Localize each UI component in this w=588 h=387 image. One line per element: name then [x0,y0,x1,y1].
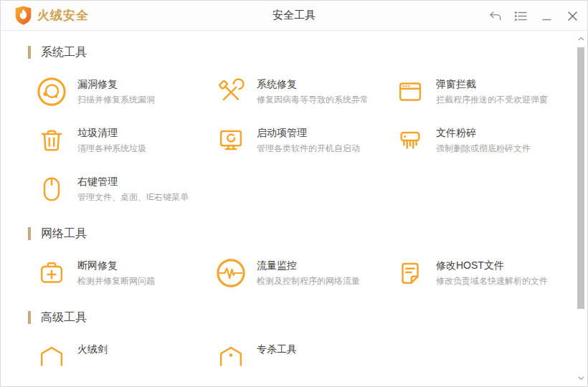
section-title: 网络工具 [41,226,87,242]
tool-desc: 扫描并修复系统漏洞 [77,95,155,105]
shredder-icon [395,125,425,156]
tool-title: 启动项管理 [257,128,360,138]
tool-popup-block[interactable]: 弹窗拦截 拦截程序推送的不受欢迎弹窗 [395,77,582,107]
tool-startup-manager[interactable]: 启动项管理 管理各类软件的开机自启动 [216,125,395,156]
shield-icon [37,342,67,372]
tool-title: 火绒剑 [77,344,108,355]
tool-title: 修改HOST文件 [436,260,548,271]
tool-title: 弹窗拦截 [436,79,548,90]
brand-name: 火绒安全 [37,7,89,24]
tool-system-repair[interactable]: 系统修复 修复因病毒等导致的系统异常 [216,77,395,107]
tool-desc: 强制删除或彻底粉碎文件 [436,144,531,153]
tool-context-menu-manager[interactable]: 右键管理 管理文件、桌面、IE右键菜单 [37,174,216,204]
tools-content: 系统工具 漏洞修复 扫描并修复系统漏洞 [1,31,587,372]
tool-special-removal[interactable]: 专杀工具 [216,342,395,372]
section-bar [28,311,31,324]
section-system-tools: 系统工具 漏洞修复 扫描并修复系统漏洞 [28,44,569,204]
section-bar [28,227,31,240]
tool-network-repair[interactable]: 断网修复 检测并修复断网问题 [37,258,216,288]
titlebar: 火绒安全 安全工具 [1,1,587,31]
close-button[interactable] [566,10,579,22]
brand: 火绒安全 [15,6,89,25]
section-advanced-tools: 高级工具 火绒剑 [28,310,569,372]
tool-junk-clean[interactable]: 垃圾清理 清理各种系统垃圾 [37,125,216,156]
scroll-up-button[interactable] [578,32,584,46]
tool-title: 断网修复 [77,260,155,271]
trash-icon [37,125,67,156]
tool-title: 系统修复 [257,79,369,90]
tool-desc: 清理各种系统垃圾 [77,144,146,153]
tool-desc: 检测并修复断网问题 [77,277,155,286]
tool-title: 漏洞修复 [77,79,155,90]
scrollbar-thumb[interactable] [577,47,584,309]
shield-dot-icon [216,342,246,372]
tool-desc: 检测及控制程序的网络流量 [257,277,360,286]
menu-list-button[interactable] [515,10,527,22]
tool-huorong-sword[interactable]: 火绒剑 [37,342,216,372]
tool-vulnerability-repair[interactable]: 漏洞修复 扫描并修复系统漏洞 [37,77,216,107]
pulse-circle-icon [216,258,246,288]
tool-desc: 拦截程序推送的不受欢迎弹窗 [436,95,548,105]
back-button[interactable] [489,10,501,22]
section-title: 高级工具 [41,310,87,325]
tool-desc: 修改负责域名快速解析的文件 [436,277,548,286]
crossed-tools-icon [216,77,246,107]
section-title: 系统工具 [41,45,87,60]
vulnerability-scan-icon [37,77,67,107]
tool-title: 专杀工具 [257,344,297,355]
popup-window-icon [395,77,425,107]
minimize-button[interactable] [541,10,553,22]
tool-desc: 修复因病毒等导致的系统异常 [257,95,369,105]
app-window: 火绒安全 安全工具 [0,0,588,387]
tool-file-shredder[interactable]: 文件粉碎 强制删除或彻底粉碎文件 [395,125,582,156]
mouse-icon [37,174,67,204]
first-aid-kit-icon [37,258,67,288]
tool-title: 文件粉碎 [436,128,531,138]
section-network-tools: 网络工具 断网修复 检测并修复断网问题 [28,226,569,288]
document-edit-icon [395,258,425,288]
shield-flame-logo-icon [15,6,32,25]
tool-host-file-editor[interactable]: 修改HOST文件 修改负责域名快速解析的文件 [395,258,582,288]
section-bar [28,46,31,59]
monitor-power-icon [216,125,246,156]
window-controls [489,1,579,31]
tool-desc: 管理文件、桌面、IE右键菜单 [77,193,189,202]
tool-desc: 管理各类软件的开机自启动 [257,144,360,153]
scrollbar [576,32,587,386]
tool-title: 流量监控 [257,260,360,271]
tool-title: 右键管理 [77,176,189,187]
scroll-down-button[interactable] [578,371,584,386]
tool-title: 垃圾清理 [77,128,146,138]
tool-traffic-monitor[interactable]: 流量监控 检测及控制程序的网络流量 [216,258,395,288]
scrollbar-track[interactable] [576,46,587,371]
